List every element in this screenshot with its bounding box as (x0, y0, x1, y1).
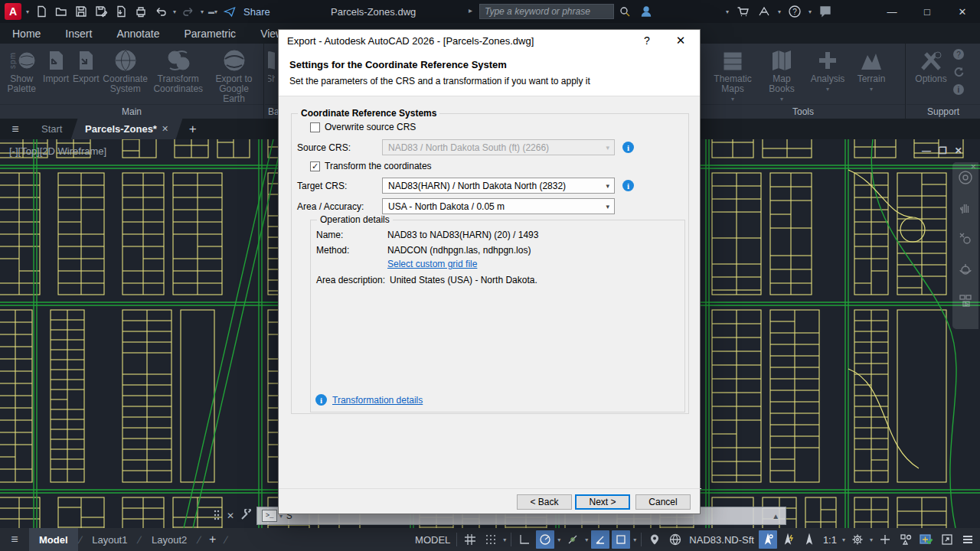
cart-icon[interactable] (735, 4, 750, 19)
commandline-close-icon[interactable]: ✕ (227, 510, 234, 521)
import-button[interactable]: Import (41, 47, 70, 84)
dialog-close-icon[interactable]: ✕ (668, 30, 694, 51)
geolocation-icon[interactable] (645, 530, 664, 549)
options-button[interactable]: Options (911, 47, 951, 84)
terrain-button[interactable]: Terrain ▾ (851, 47, 891, 94)
area-accuracy-dropdown[interactable]: USA - North Dakota / 0.05 m ▾ (382, 198, 615, 214)
object-snap-icon[interactable] (612, 530, 630, 549)
new-layout-icon[interactable]: + (201, 533, 224, 546)
support-help-icon[interactable]: ? (952, 48, 965, 63)
clean-screen-plus-icon[interactable] (876, 530, 894, 549)
dialog-help-icon[interactable]: ? (634, 30, 660, 51)
partial-button[interactable]: Sh (268, 47, 275, 84)
new-tab-icon[interactable]: + (181, 119, 204, 139)
coordinate-system-button[interactable]: Coordinate System (102, 47, 149, 94)
hardware-acceleration-icon[interactable] (917, 530, 936, 549)
autocad-logo-icon[interactable]: A (5, 3, 21, 20)
crs-label[interactable]: NAD83.ND-Sft (687, 534, 756, 546)
scale-caret-icon[interactable]: ▾ (841, 536, 846, 543)
commandline-collapse-icon[interactable]: ▲ (772, 512, 779, 520)
share-label[interactable]: Share (243, 6, 270, 18)
redo-icon[interactable] (181, 4, 196, 19)
source-crs-info-icon[interactable]: i (622, 142, 634, 153)
pan-icon[interactable] (952, 193, 978, 223)
search-input[interactable] (479, 4, 614, 19)
close-icon[interactable]: ✕ (945, 0, 980, 23)
select-custom-grid-link[interactable]: Select custom grid file (387, 259, 477, 269)
minimize-icon[interactable]: — (874, 0, 910, 23)
autodesk-caret-icon[interactable]: ▾ (778, 8, 781, 15)
search-history-arrow-icon[interactable]: ▸ (469, 6, 472, 15)
orbit-icon[interactable] (952, 254, 978, 285)
drawing-restore-icon[interactable]: ❐ (939, 145, 947, 156)
transformation-info-icon[interactable]: i (315, 394, 327, 406)
transformation-details-link[interactable]: Transformation details (332, 395, 423, 406)
new-file-icon[interactable] (34, 4, 49, 19)
search-icon[interactable] (617, 4, 632, 19)
navigation-bar[interactable]: ✕ (952, 162, 978, 329)
support-refresh-icon[interactable] (952, 66, 965, 80)
back-button[interactable]: < Back (517, 494, 572, 510)
share-icon[interactable] (222, 4, 237, 19)
annotation-scale-icon[interactable] (800, 530, 818, 549)
workspace-caret-icon[interactable]: ▾ (869, 536, 874, 543)
save-as-icon[interactable] (93, 4, 109, 19)
customize-status-icon[interactable] (959, 530, 977, 549)
plot-icon[interactable] (133, 4, 149, 19)
sign-in-icon[interactable] (639, 4, 654, 19)
cancel-button[interactable]: Cancel (635, 494, 691, 510)
annotation-visibility-icon[interactable] (759, 530, 777, 549)
map-books-button[interactable]: Map Books ▾ (760, 47, 804, 104)
app-menu-caret-icon[interactable]: ▾ (26, 8, 29, 15)
export-button[interactable]: Export (72, 47, 100, 84)
drawing-close-icon[interactable]: ✕ (955, 145, 962, 156)
navigation-wheel-icon[interactable] (952, 162, 978, 193)
analysis-button[interactable]: Analysis ▾ (805, 47, 850, 94)
isodraft-caret-icon[interactable]: ▾ (584, 536, 589, 543)
annotation-autoscale-icon[interactable] (779, 530, 798, 549)
layout-menu-icon[interactable]: ≡ (0, 533, 29, 546)
undo-caret-icon[interactable]: ▾ (173, 8, 176, 15)
tab-start[interactable]: Start (28, 119, 77, 139)
next-button[interactable]: Next > (575, 494, 630, 510)
show-palette-button[interactable]: spm Show Palette (3, 47, 40, 94)
commandline-grip-icon[interactable] (213, 509, 220, 523)
snap-icon[interactable] (482, 530, 500, 549)
export-file-icon[interactable] (113, 4, 129, 19)
tab-close-icon[interactable]: ✕ (162, 124, 168, 134)
fullscreen-icon[interactable] (938, 530, 956, 549)
export-google-earth-button[interactable]: Export to Google Earth (207, 47, 260, 104)
polar-caret-icon[interactable]: ▾ (557, 536, 561, 543)
tab-insert[interactable]: Insert (53, 23, 104, 44)
support-info-icon[interactable]: i (952, 83, 965, 98)
sign-in-caret-icon[interactable]: ▾ (726, 8, 729, 15)
osnap-caret-icon[interactable]: ▾ (632, 536, 637, 543)
redo-caret-icon[interactable]: ▾ (201, 8, 204, 15)
help-caret-icon[interactable]: ▾ (808, 8, 812, 15)
transform-coordinates-button[interactable]: Transform Coordinates (150, 47, 206, 94)
target-crs-info-icon[interactable]: i (622, 180, 634, 191)
save-icon[interactable] (74, 4, 89, 19)
file-tab-menu-icon[interactable]: ≡ (0, 119, 31, 139)
customize-qat-icon[interactable]: ▬▾ (208, 8, 217, 15)
feedback-icon[interactable] (818, 4, 833, 19)
ortho-icon[interactable] (515, 530, 534, 549)
open-folder-icon[interactable] (54, 4, 69, 19)
undo-icon[interactable] (153, 4, 168, 19)
transform-coordinates-checkbox[interactable]: ✓ (310, 161, 320, 171)
autodesk-logo-icon[interactable] (756, 4, 772, 19)
maximize-icon[interactable]: □ (910, 0, 945, 23)
polar-tracking-icon[interactable] (536, 530, 554, 549)
snap-caret-icon[interactable]: ▾ (502, 536, 507, 543)
thematic-maps-button[interactable]: Thematic Maps ▾ (707, 47, 758, 104)
zoom-icon[interactable] (952, 223, 978, 254)
tab-layout1[interactable]: Layout1 (82, 528, 137, 551)
help-icon[interactable]: ? (787, 4, 802, 19)
target-crs-dropdown[interactable]: NAD83(HARN) / North Dakota North (2832) … (382, 178, 615, 194)
tab-parcels-zones[interactable]: Parcels-Zones* ✕ (71, 119, 183, 139)
tab-model[interactable]: Model (29, 528, 78, 551)
drawing-minimize-icon[interactable]: — (922, 145, 931, 156)
isodraft-icon[interactable] (564, 530, 582, 549)
object-snap-tracking-icon[interactable] (591, 530, 609, 549)
annotation-scale-value[interactable]: 1:1 (821, 534, 839, 546)
